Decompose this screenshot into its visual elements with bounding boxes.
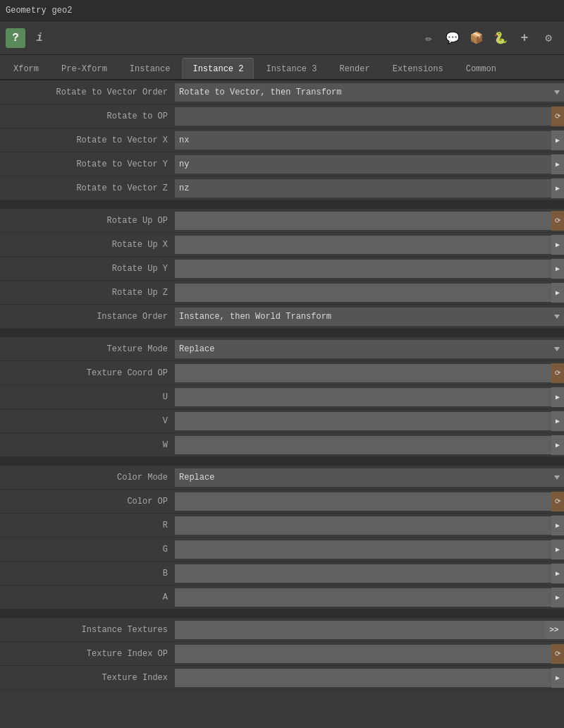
control-rotate-up-x: ▶ (175, 235, 564, 255)
toolbar: ? i ✏️ 💬 📦 🐍 + ⚙ (0, 21, 564, 55)
arrow-a[interactable]: ▶ (551, 588, 564, 607)
row-color-mode: Color Mode Replace Add Multiply (0, 466, 564, 490)
cloud-icon[interactable]: 💬 (443, 28, 462, 48)
arrow-v[interactable]: ▶ (551, 411, 564, 431)
tab-extensions[interactable]: Extensions (382, 58, 454, 79)
arrow-u[interactable]: ▶ (551, 387, 564, 407)
op-picker-texture-coord-op[interactable]: ⟳ (551, 363, 564, 383)
input-rotate-up-z[interactable] (175, 284, 551, 302)
tab-pre-xform[interactable]: Pre-Xform (51, 58, 118, 79)
dropdown-texture-mode[interactable]: Replace Add Multiply (175, 340, 564, 358)
info-icon[interactable]: i (30, 28, 49, 48)
tab-render[interactable]: Render (329, 58, 380, 79)
pencil-icon[interactable]: ✏️ (419, 28, 439, 48)
arrow-rotate-up-x[interactable]: ▶ (551, 235, 564, 255)
input-w[interactable] (175, 436, 551, 454)
control-texture-coord-op: ⟳ (175, 363, 564, 383)
tab-instance[interactable]: Instance (119, 58, 181, 79)
arrow-w[interactable]: ▶ (551, 435, 564, 455)
arrow-rotate-up-y[interactable]: ▶ (551, 259, 564, 279)
label-texture-index: Texture Index (0, 673, 175, 683)
tab-instance3[interactable]: Instance 3 (255, 58, 327, 79)
sep-3 (0, 457, 564, 466)
row-rotate-to-vector-z: Rotate to Vector Z ▶ (0, 176, 564, 200)
input-instance-textures[interactable] (175, 621, 544, 639)
input-color-op[interactable] (175, 492, 551, 511)
tab-instance2[interactable]: Instance 2 (182, 58, 254, 79)
control-rotate-up-op: ⟳ (175, 211, 564, 231)
control-instance-order: Instance, then World Transform World Tra… (175, 307, 564, 327)
control-rotate-to-vector-x: ▶ (175, 131, 564, 150)
dropdown-color-mode[interactable]: Replace Add Multiply (175, 468, 564, 487)
input-rotate-to-vector-x[interactable] (175, 131, 551, 150)
control-texture-mode: Replace Add Multiply (175, 339, 564, 359)
control-texture-index: ▶ (175, 668, 564, 688)
arrow-rotate-up-z[interactable]: ▶ (551, 283, 564, 303)
content: Rotate to Vector Order Rotate to Vector,… (0, 80, 564, 690)
input-texture-index-op[interactable] (175, 645, 551, 663)
input-g[interactable] (175, 540, 551, 559)
input-texture-coord-op[interactable] (175, 364, 551, 382)
input-rotate-to-vector-y[interactable] (175, 155, 551, 174)
op-picker-rotate-to-op[interactable]: ⟳ (551, 107, 564, 126)
input-v[interactable] (175, 412, 551, 430)
arrow-rotate-to-vector-z[interactable]: ▶ (551, 178, 564, 198)
control-w: ▶ (175, 435, 564, 455)
row-texture-mode: Texture Mode Replace Add Multiply (0, 337, 564, 361)
sep-4 (0, 609, 564, 618)
label-color-mode: Color Mode (0, 473, 175, 483)
row-w: W ▶ (0, 433, 564, 457)
input-rotate-up-x[interactable] (175, 236, 551, 254)
input-u[interactable] (175, 388, 551, 406)
input-a[interactable] (175, 588, 551, 607)
label-rotate-up-z: Rotate Up Z (0, 288, 175, 298)
row-rotate-up-z: Rotate Up Z ▶ (0, 281, 564, 305)
input-rotate-to-vector-z[interactable] (175, 179, 551, 198)
op-picker-texture-index-op[interactable]: ⟳ (551, 644, 564, 664)
arrow-rotate-to-vector-y[interactable]: ▶ (551, 154, 564, 174)
dropdown-instance-order[interactable]: Instance, then World Transform World Tra… (175, 308, 564, 326)
input-rotate-to-op[interactable] (175, 107, 551, 126)
sep-2 (0, 329, 564, 337)
input-b[interactable] (175, 564, 551, 583)
row-instance-textures: Instance Textures >> (0, 618, 564, 642)
row-rotate-to-op: Rotate to OP ⟳ (0, 104, 564, 128)
control-rotate-to-vector-y: ▶ (175, 154, 564, 174)
dropdown-wrapper-texture-mode: Replace Add Multiply (175, 340, 564, 358)
row-rotate-up-op: Rotate Up OP ⟳ (0, 209, 564, 233)
label-rotate-up-y: Rotate Up Y (0, 264, 175, 274)
box-icon[interactable]: 📦 (467, 28, 486, 48)
row-rotate-up-x: Rotate Up X ▶ (0, 233, 564, 257)
arrow-r[interactable]: ▶ (551, 516, 564, 535)
plus-icon[interactable]: + (515, 28, 534, 48)
python-icon[interactable]: 🐍 (491, 28, 510, 48)
control-u: ▶ (175, 387, 564, 407)
tab-xform[interactable]: Xform (3, 58, 49, 79)
row-r: R ▶ (0, 514, 564, 538)
tab-common[interactable]: Common (455, 58, 507, 79)
arrow-texture-index[interactable]: ▶ (551, 668, 564, 688)
arrow-g[interactable]: ▶ (551, 540, 564, 559)
arrow-rotate-to-vector-x[interactable]: ▶ (551, 131, 564, 150)
input-rotate-up-op[interactable] (175, 212, 551, 230)
settings-icon[interactable]: ⚙ (539, 28, 558, 48)
arrow-b[interactable]: ▶ (551, 564, 564, 583)
instance-textures-button[interactable]: >> (544, 621, 564, 639)
label-r: R (0, 521, 175, 530)
op-picker-rotate-up-op[interactable]: ⟳ (551, 211, 564, 231)
input-rotate-up-y[interactable] (175, 260, 551, 278)
control-color-mode: Replace Add Multiply (175, 468, 564, 487)
dropdown-rotate-to-vector-order[interactable]: Rotate to Vector, then Transform Transfo… (175, 83, 564, 102)
op-picker-color-op[interactable]: ⟳ (551, 492, 564, 511)
row-texture-index: Texture Index ▶ (0, 666, 564, 690)
input-r[interactable] (175, 516, 551, 535)
control-instance-textures: >> (175, 620, 564, 640)
label-texture-mode: Texture Mode (0, 344, 175, 354)
control-rotate-to-vector-order: Rotate to Vector, then Transform Transfo… (175, 83, 564, 102)
control-texture-index-op: ⟳ (175, 644, 564, 664)
input-texture-index[interactable] (175, 669, 551, 687)
question-icon[interactable]: ? (6, 28, 25, 48)
control-v: ▶ (175, 411, 564, 431)
control-rotate-to-vector-z: ▶ (175, 178, 564, 198)
label-rotate-to-vector-y: Rotate to Vector Y (0, 159, 175, 169)
